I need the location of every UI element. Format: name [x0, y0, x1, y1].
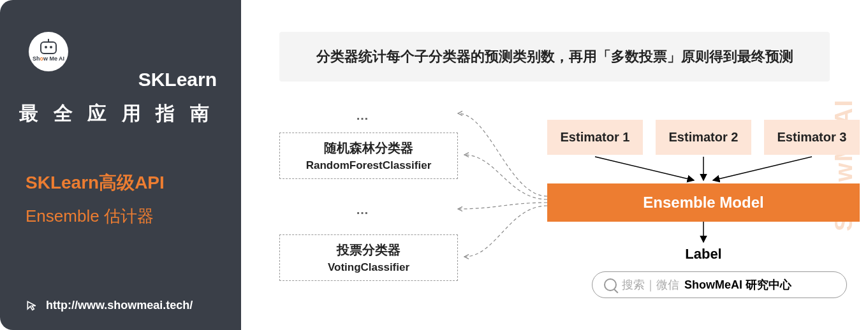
- label-text: Label: [547, 246, 860, 262]
- headline: 分类器统计每个子分类器的预测类别数，再用「多数投票」原则得到最终预测: [279, 32, 830, 82]
- random-forest-box: 随机森林分类器 RandomForestClassifier: [279, 133, 458, 179]
- search-icon: [604, 278, 617, 291]
- search-brand: ShowMeAI 研究中心: [684, 277, 791, 292]
- cursor-icon: [26, 299, 38, 312]
- search-box[interactable]: 搜索｜微信 ShowMeAI 研究中心: [592, 271, 847, 298]
- sidebar: Show Me AI SKLearn 最全应用指南 SKLearn高级API E…: [0, 0, 241, 330]
- logo: Show Me AI: [29, 32, 68, 71]
- content: ShowMeAI 分类器统计每个子分类器的预测类别数，再用「多数投票」原则得到最…: [241, 0, 868, 330]
- svg-line-0: [595, 157, 694, 180]
- box-title: 投票分类器: [286, 241, 451, 259]
- sidebar-ensemble-title: Ensemble 估计器: [26, 205, 154, 227]
- logo-text: Show Me AI: [33, 55, 64, 62]
- box-subtitle: RandomForestClassifier: [286, 159, 451, 172]
- dots-2: …: [356, 203, 369, 217]
- sidebar-url: http://www.showmeai.tech/: [46, 299, 193, 312]
- estimator-1: Estimator 1: [547, 120, 643, 155]
- estimator-3: Estimator 3: [764, 120, 860, 155]
- dots-1: …: [356, 108, 369, 123]
- box-title: 随机森林分类器: [286, 140, 451, 157]
- svg-line-2: [713, 157, 812, 180]
- search-hint: 搜索｜微信: [622, 277, 679, 292]
- voting-classifier-box: 投票分类器 VotingClassifier: [279, 234, 458, 281]
- diagram: … 随机森林分类器 RandomForestClassifier … 投票分类器…: [267, 94, 842, 324]
- sidebar-link[interactable]: http://www.showmeai.tech/: [26, 299, 193, 312]
- ensemble-model-box: Ensemble Model: [547, 183, 860, 222]
- sidebar-api-title: SKLearn高级API: [26, 171, 165, 195]
- estimator-2: Estimator 2: [656, 120, 751, 155]
- sidebar-subtitle: 最全应用指南: [19, 101, 217, 127]
- box-subtitle: VotingClassifier: [286, 261, 451, 274]
- sidebar-title: SKLearn: [138, 69, 217, 90]
